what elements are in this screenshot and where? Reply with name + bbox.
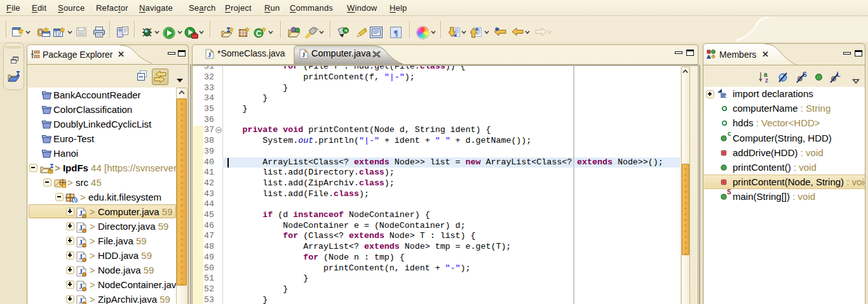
svg-text:z: z	[765, 77, 768, 83]
svg-text:¶: ¶	[393, 28, 398, 37]
svg-text:C: C	[256, 29, 262, 38]
